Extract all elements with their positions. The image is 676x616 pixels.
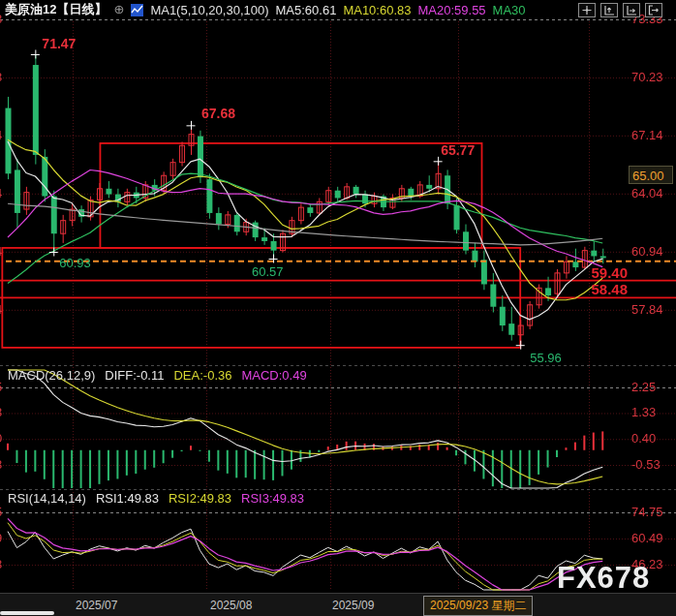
exit-chart-button[interactable] <box>645 3 662 17</box>
highlighted-date-label: 2025/09/23 星期二 <box>423 596 533 616</box>
macd-axis-label: 2.25 <box>631 380 656 394</box>
support-line-label: 58.48 <box>550 281 628 297</box>
chart-toolbar <box>578 3 662 17</box>
ma20-value: MA20:59.55 <box>418 3 486 17</box>
price-axis-label: 57.84 <box>631 302 663 317</box>
ma30-value: MA30 <box>493 3 526 17</box>
date-axis-label: 2025/08 <box>210 599 252 612</box>
rsi2-value: RSI2:49.83 <box>169 491 231 506</box>
macd-name: MACD(26,12,9) <box>8 368 95 383</box>
indicator-header-bar: 美原油12【日线】 ⊕ MA1(5,10,20,30,100) MA5:60.6… <box>0 0 676 19</box>
rsi-axis-label: 60.49 <box>631 531 663 545</box>
price-axis-label: 64.04 <box>631 186 663 200</box>
low-price-annotation: 60.57 <box>252 264 284 279</box>
macd-label-row: MACD(26,12,9) DIFF:-0.11 DEA:-0.36 MACD:… <box>8 368 307 383</box>
macd-axis-label: 1.33 <box>631 405 656 419</box>
support-line-label: 59.40 <box>550 264 628 281</box>
macd-axis-label: 0.40 <box>631 431 656 446</box>
move-crosshair-button[interactable] <box>578 3 596 17</box>
trading-chart-window: 美原油12【日线】 ⊕ MA1(5,10,20,30,100) MA5:60.6… <box>0 0 676 616</box>
clipped-left-axis-label: 3 <box>0 557 5 571</box>
clipped-left-axis-label: 3 <box>0 457 5 472</box>
clipped-left-axis-label: 5 <box>0 505 5 519</box>
low-price-annotation: 60.93 <box>59 256 91 270</box>
high-price-annotation: 71.47 <box>42 36 76 51</box>
clipped-left-axis-label: 4 <box>0 302 5 317</box>
macd-macd-value: MACD:0.49 <box>241 368 306 383</box>
clipped-left-axis-label: 4 <box>0 244 5 259</box>
rsi1-value: RSI1:49.83 <box>96 491 159 506</box>
clipped-left-axis-label: 0 <box>0 431 5 446</box>
clipped-left-axis-label: 9 <box>0 531 5 545</box>
high-price-annotation: 67.68 <box>201 106 235 121</box>
date-axis-bar: 2025/09/23 星期二 2025/072025/082025/09 <box>0 593 676 616</box>
ma10-value: MA10:60.83 <box>343 3 411 17</box>
expand-icon[interactable]: ⊕ <box>113 4 124 15</box>
ma-settings-label: MA1(5,10,20,30,100) <box>150 3 268 17</box>
fx678-watermark: FX678 <box>557 561 650 596</box>
price-axis-label: 60.94 <box>631 244 663 259</box>
high-price-annotation: 65.77 <box>441 142 475 158</box>
rsi-name: RSI(14,14,14) <box>8 491 86 506</box>
clipped-left-axis-label: 3 <box>0 405 5 419</box>
candlestick-chart-icon[interactable] <box>131 4 143 16</box>
low-price-annotation: 55.96 <box>530 351 562 365</box>
clipped-left-axis-label: 5 <box>0 380 5 394</box>
macd-diff-value: DIFF:-0.11 <box>105 368 164 383</box>
price-axis-label: 67.14 <box>631 128 663 142</box>
clipped-left-axis-label: 3 <box>0 70 5 84</box>
clipped-left-axis-label: 4 <box>0 128 5 142</box>
price-axis-label: 70.23 <box>631 70 663 84</box>
x-axis-zoom-button[interactable] <box>623 3 640 17</box>
price-axis-badge: 65.00 <box>629 166 673 184</box>
ma5-value: MA5:60.61 <box>276 3 337 17</box>
rsi3-value: RSI3:49.83 <box>241 491 304 506</box>
symbol-title: 美原油12【日线】 <box>5 1 107 18</box>
macd-dea-value: DEA:-0.36 <box>173 368 231 383</box>
rsi-axis-label: 74.75 <box>631 505 663 519</box>
main-chart-canvas[interactable] <box>0 0 676 616</box>
horizontal-scrollbar[interactable] <box>0 611 54 615</box>
y-axis-zoom-button[interactable] <box>600 3 618 17</box>
date-axis-label: 2025/07 <box>76 599 117 612</box>
date-axis-label: 2025/09 <box>332 599 374 612</box>
macd-axis-label: -0.53 <box>631 457 661 472</box>
clipped-left-axis-label: 4 <box>0 186 5 200</box>
rsi-label-row: RSI(14,14,14) RSI1:49.83 RSI2:49.83 RSI3… <box>8 491 304 506</box>
